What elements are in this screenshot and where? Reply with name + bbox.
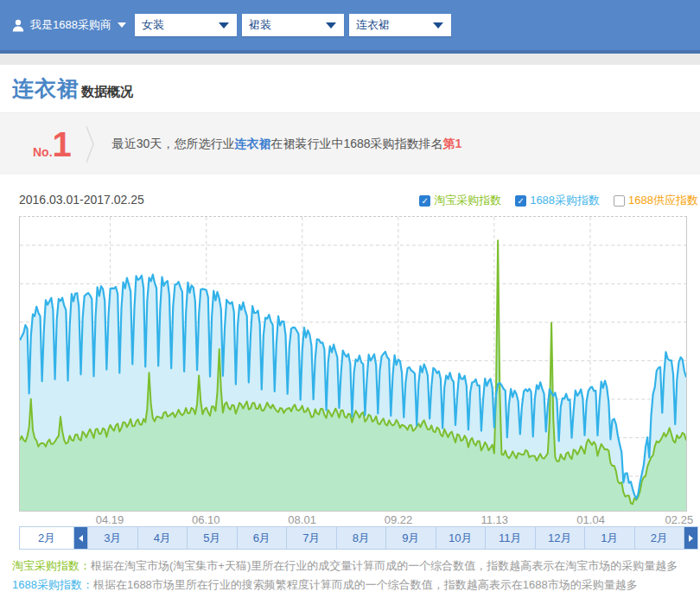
month-tab-5[interactable]: 8月 xyxy=(337,527,387,549)
dropdown-arrow-icon xyxy=(433,22,443,29)
footnote-row-0: 淘宝采购指数：根据在淘宝市场(淘宝集市+天猫)里所在行业的成交量计算而成的一个综… xyxy=(12,557,678,576)
month-tab-1[interactable]: 4月 xyxy=(138,527,188,549)
month-next-button[interactable] xyxy=(684,527,697,549)
rank-number: 1 xyxy=(53,130,72,159)
chevron-right-icon xyxy=(86,124,95,164)
x-axis-label: 06.10 xyxy=(192,513,220,526)
dropdown-arrow-icon xyxy=(326,22,336,29)
rank-prefix: No. xyxy=(33,145,53,159)
page: 我是1688采购商 女装 裙装 连衣裙 连衣裙 数据概况 No. 1 xyxy=(0,0,700,598)
top-header: 我是1688采购商 女装 裙装 连衣裙 xyxy=(0,0,700,50)
legend-toggle-0[interactable]: ✓淘宝采购指数 xyxy=(419,193,501,208)
checkbox-unchecked-icon[interactable] xyxy=(614,195,625,207)
month-tab-8[interactable]: 11月 xyxy=(486,527,536,549)
month-tab-6[interactable]: 9月 xyxy=(386,527,436,549)
rank-text-middle: 在裙装行业中1688采购指数排名 xyxy=(270,137,442,150)
category-filter-row: 女装 裙装 连衣裙 xyxy=(135,14,451,36)
month-tab-selected[interactable]: 2月 xyxy=(20,527,74,549)
rank-keyword-link[interactable]: 连衣裙 xyxy=(234,137,270,150)
month-tab-9[interactable]: 12月 xyxy=(536,527,586,549)
dropdown-value: 裙装 xyxy=(249,17,271,33)
month-selector-bar: 2月3月4月5月6月7月8月9月10月11月12月1月2月 xyxy=(19,526,698,550)
month-prev-button[interactable] xyxy=(74,527,88,549)
footnote-text: 根据在淘宝市场(淘宝集市+天猫)里所在行业的成交量计算而成的一个综合数值，指数越… xyxy=(91,559,678,572)
index-footnotes: 淘宝采购指数：根据在淘宝市场(淘宝集市+天猫)里所在行业的成交量计算而成的一个综… xyxy=(12,557,678,595)
footnote-label: 淘宝采购指数： xyxy=(12,559,91,572)
category-dropdown-level3[interactable]: 连衣裙 xyxy=(349,14,451,36)
rank-description: 最近30天，您所选行业连衣裙在裙装行业中1688采购指数排名第1 xyxy=(112,137,462,152)
footnote-text: 根据在1688市场里所在行业的搜索频繁程度计算而成的一个综合数值，指数越高表示在… xyxy=(93,578,638,591)
dropdown-value: 连衣裙 xyxy=(356,17,390,33)
caret-down-icon xyxy=(118,22,126,28)
page-title-keyword: 连衣裙 xyxy=(12,74,80,103)
category-dropdown-level2[interactable]: 裙装 xyxy=(242,14,344,36)
chart-legend: ✓淘宝采购指数✓1688采购指数1688供应指数 xyxy=(419,193,698,208)
rank-badge: No. 1 xyxy=(33,130,72,159)
chart-date-range: 2016.03.01-2017.02.25 xyxy=(19,193,144,207)
x-axis-label: 02.25 xyxy=(665,513,694,526)
rank-value-text: 第1 xyxy=(443,137,462,150)
legend-label: 1688供应指数 xyxy=(628,193,698,208)
page-title-suffix: 数据概况 xyxy=(81,84,133,100)
footnote-label: 1688采购指数： xyxy=(12,578,93,591)
legend-toggle-2[interactable]: 1688供应指数 xyxy=(614,193,698,208)
legend-label: 淘宝采购指数 xyxy=(434,193,501,208)
prev-arrow-icon xyxy=(79,535,83,542)
x-axis-label: 11.13 xyxy=(481,513,509,526)
x-axis-label: 04.19 xyxy=(96,513,124,526)
next-arrow-icon xyxy=(689,535,693,542)
month-tab-0[interactable]: 3月 xyxy=(88,527,138,549)
footnote-row-1: 1688采购指数：根据在1688市场里所在行业的搜索频繁程度计算而成的一个综合数… xyxy=(12,576,678,595)
month-tab-10[interactable]: 1月 xyxy=(585,527,635,549)
user-icon xyxy=(12,19,24,32)
rank-text-before: 最近30天，您所选行业 xyxy=(112,137,235,150)
legend-toggle-1[interactable]: ✓1688采购指数 xyxy=(515,193,600,208)
user-role-label: 我是1688采购商 xyxy=(30,17,111,33)
dropdown-value: 女装 xyxy=(142,17,164,33)
dropdown-arrow-icon xyxy=(219,22,229,29)
month-tab-3[interactable]: 6月 xyxy=(238,527,288,549)
rank-banner: No. 1 最近30天，您所选行业连衣裙在裙装行业中1688采购指数排名第1 xyxy=(0,112,700,175)
sub-header-strip xyxy=(0,54,700,65)
month-tab-2[interactable]: 5月 xyxy=(188,527,238,549)
x-axis-labels: 04.1906.1008.0109.2211.1301.0402.25 xyxy=(19,513,687,526)
x-axis-label: 09.22 xyxy=(385,513,413,526)
legend-label: 1688采购指数 xyxy=(530,193,600,208)
page-title: 连衣裙 数据概况 xyxy=(12,74,133,103)
category-dropdown-level1[interactable]: 女装 xyxy=(135,14,237,36)
month-tab-4[interactable]: 7月 xyxy=(287,527,337,549)
checkbox-checked-icon[interactable]: ✓ xyxy=(419,195,430,207)
checkbox-checked-icon[interactable]: ✓ xyxy=(515,195,526,207)
x-axis-label: 01.04 xyxy=(576,513,605,526)
x-axis-label: 08.01 xyxy=(288,513,316,526)
month-tab-11[interactable]: 2月 xyxy=(635,527,685,549)
trend-chart xyxy=(19,216,687,512)
month-tab-7[interactable]: 10月 xyxy=(436,527,487,549)
user-role-menu[interactable]: 我是1688采购商 xyxy=(12,14,126,36)
